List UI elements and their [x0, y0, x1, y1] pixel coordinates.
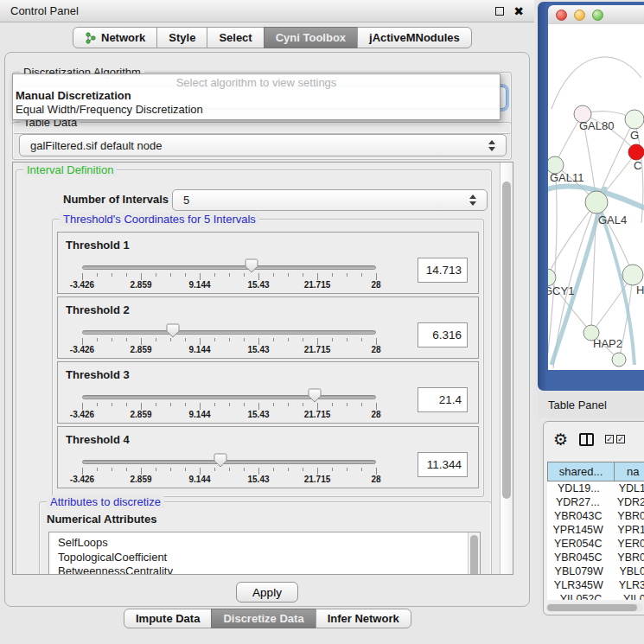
slider-handle-icon[interactable] [166, 323, 180, 338]
tab-discretize-data[interactable]: Discretize Data [211, 609, 316, 628]
network-view-window: GAL80GCGAL11GAL4GCY1HHAP2 [538, 2, 644, 391]
tab-label: Select [219, 31, 252, 44]
column-header-name[interactable]: na [615, 462, 644, 481]
dropdown-option-manual[interactable]: Manual Discretization [13, 89, 500, 103]
table-row[interactable]: YIL052CYIL0 [547, 592, 644, 600]
vertical-scrollbar[interactable] [500, 163, 513, 574]
table-row[interactable]: YER054CYER0 [547, 537, 644, 551]
slider-ticks [82, 273, 376, 280]
tab-cyni-toolbox[interactable]: Cyni Toolbox [264, 27, 358, 48]
threshold-slider-2[interactable]: -3.4262.8599.14415.4321.71528 [82, 297, 376, 360]
table-cell: YBL079W [547, 565, 610, 577]
slider-scale: -3.4262.8599.14415.4321.71528 [82, 345, 376, 355]
tick-mark [141, 338, 142, 345]
table-body[interactable]: YDL19...YDL1YDR27...YDR2YBR043CYBR0YPR14… [547, 481, 644, 600]
threshold-slider-3[interactable]: -3.4262.8599.14415.4321.71528 [82, 362, 376, 424]
slider-track[interactable] [82, 330, 376, 335]
network-node-highlighted[interactable] [628, 144, 644, 160]
dropdown-option-equal-width[interactable]: Equal Width/Frequency Discretization [13, 103, 500, 117]
attribute-item[interactable]: TopologicalCoefficient [58, 551, 480, 565]
network-node[interactable] [622, 265, 643, 285]
tick-label: 15.43 [247, 410, 269, 419]
tick-mark [200, 338, 201, 345]
window-title: Control Panel [10, 4, 79, 17]
checkbox-icon[interactable]: ✓ [616, 435, 625, 443]
network-canvas[interactable]: GAL80GCGAL11GAL4GCY1HHAP2 [548, 24, 644, 370]
table-cell: YPR145W [547, 524, 609, 536]
column-header-shared-name[interactable]: shared... [547, 462, 615, 481]
tick-mark [170, 273, 171, 277]
attributes-listbox[interactable]: SelfLoopsTopologicalCoefficientBetweenne… [48, 532, 481, 575]
tick-label: 21.715 [304, 280, 331, 290]
horizontal-scrollbar[interactable] [546, 603, 643, 612]
attribute-item[interactable]: SelfLoops [58, 536, 480, 551]
float-window-icon[interactable] [495, 7, 504, 16]
table-row[interactable]: YLR345WYLR3 [547, 578, 644, 592]
tab-infer-network[interactable]: Infer Network [316, 609, 411, 628]
tick-mark [244, 403, 245, 406]
tick-mark [303, 273, 303, 277]
tick-mark [347, 338, 348, 341]
tab-network[interactable]: Network [73, 27, 157, 48]
table-row[interactable]: YPR145WYPR1 [547, 523, 644, 537]
tab-jactivemnodules[interactable]: jActiveMNodules [357, 27, 472, 48]
table-row[interactable]: YDR27...YDR2 [547, 495, 644, 509]
tab-select[interactable]: Select [207, 27, 264, 48]
zoom-traffic-light-icon[interactable] [592, 10, 603, 21]
tick-mark [273, 273, 274, 277]
table-cell: YBR043C [547, 510, 609, 522]
tick-mark [185, 468, 186, 471]
threshold-value-field[interactable]: 14.713 [418, 258, 468, 283]
tab-style[interactable]: Style [156, 27, 207, 48]
split-columns-icon[interactable] [579, 433, 594, 446]
gear-icon[interactable]: ⚙ [553, 431, 568, 448]
close-traffic-light-icon[interactable] [556, 10, 567, 21]
threshold-value-field[interactable]: 6.316 [418, 322, 468, 348]
table-row[interactable]: YBR043CYBR0 [547, 509, 644, 523]
apply-button[interactable]: Apply [236, 582, 298, 603]
attribute-item[interactable]: BetweennessCentrality [58, 564, 480, 575]
slider-track[interactable] [82, 265, 376, 270]
right-region: GAL80GCGAL11GAL4GCY1HHAP2 Table Panel ⚙ … [538, 0, 644, 644]
threshold-value-field[interactable]: 21.4 [418, 387, 468, 412]
select-columns-icons[interactable]: ✓ ✓ [605, 435, 625, 443]
tab-impute-data[interactable]: Impute Data [124, 609, 212, 628]
slider-track[interactable] [82, 460, 376, 464]
table-row[interactable]: YBL079WYBL0 [547, 564, 644, 578]
list-scrollbar[interactable] [468, 532, 480, 575]
num-intervals-combobox[interactable]: 5 [172, 189, 488, 211]
combo-value: 5 [183, 194, 189, 207]
tick-mark [244, 468, 245, 471]
network-node[interactable] [612, 353, 626, 367]
tick-mark [97, 403, 98, 406]
scrollbar-thumb[interactable] [547, 604, 637, 611]
slider-handle-icon[interactable] [308, 388, 322, 403]
table-row[interactable]: YDL19...YDL1 [547, 481, 644, 495]
node-label: HAP2 [593, 337, 622, 350]
network-node[interactable] [625, 110, 644, 129]
threshold-slider-4[interactable]: -3.4262.8599.14415.4321.71528 [82, 427, 376, 489]
slider-handle-icon[interactable] [245, 258, 258, 273]
scrollbar-thumb[interactable] [502, 182, 511, 499]
minimize-traffic-light-icon[interactable] [574, 10, 585, 21]
tick-mark [97, 273, 98, 277]
slider-ticks [82, 338, 376, 345]
slider-track[interactable] [82, 395, 376, 399]
checkbox-icon[interactable]: ✓ [605, 435, 614, 443]
settings-scroll-area: Interval Definition Number of Intervals … [12, 162, 513, 575]
node-label: G [630, 129, 639, 142]
node-label: GCY1 [548, 284, 574, 297]
algorithm-dropdown-popup: Select algorithm to view settings Manual… [12, 73, 501, 120]
network-node[interactable] [585, 191, 608, 214]
tick-mark [288, 468, 289, 471]
tick-mark [229, 273, 230, 277]
table-cell: YDL19... [547, 482, 610, 494]
close-icon[interactable]: ✖ [513, 5, 524, 17]
table-row[interactable]: YBR045CYBR0 [547, 551, 644, 564]
tick-mark [229, 468, 230, 471]
threshold-value-field[interactable]: 11.344 [418, 452, 468, 477]
table-data-combobox[interactable]: galFiltered.sif default node [19, 134, 507, 156]
tick-mark [347, 403, 348, 406]
threshold-slider-1[interactable]: -3.4262.8599.14415.4321.71528 [82, 233, 376, 295]
slider-handle-icon[interactable] [214, 453, 227, 468]
